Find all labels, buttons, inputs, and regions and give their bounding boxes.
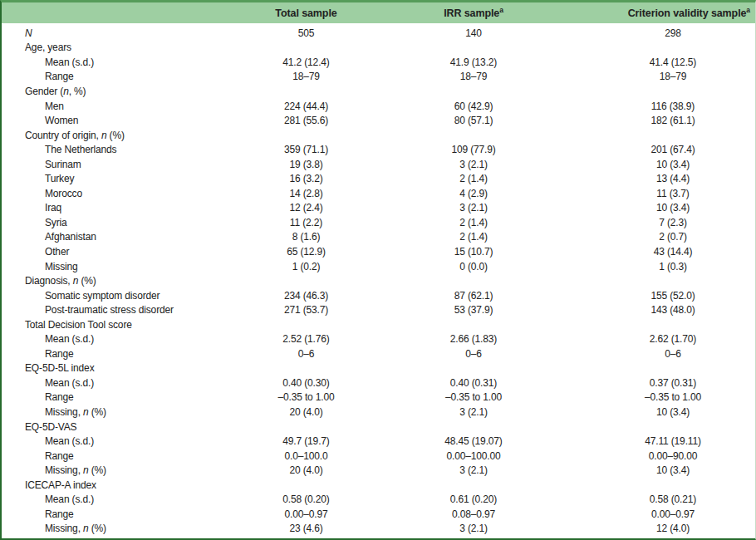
cell-value: 359 (71.1) [204, 144, 409, 155]
cell-value: 18–79 [204, 71, 409, 82]
row-label-segment: Mean (s.d.) [45, 435, 94, 447]
row-label: Mean (s.d.) [2, 333, 204, 345]
row-label: Range [2, 508, 204, 520]
cell-value: 505 [204, 27, 409, 39]
cell-value: 0 (0.0) [409, 261, 538, 272]
cell-value: 0–6 [204, 348, 409, 360]
cell-value: 3 (2.1) [409, 202, 538, 214]
cell-value: 140 [409, 27, 538, 39]
row-label: EQ-5D-5L index [2, 362, 204, 374]
cell-value: 60 (42.9) [409, 101, 538, 112]
row-label: Afghanistan [2, 231, 204, 243]
cell-value: 1 (0.2) [204, 261, 409, 272]
cell-value: 0.00–0.97 [204, 508, 409, 520]
table-row: Range0–60–60–6 [2, 346, 755, 361]
row-label: Mean (s.d.) [2, 56, 204, 68]
cell-value: 116 (38.9) [538, 101, 754, 112]
row-label: Mean (s.d.) [2, 377, 204, 389]
row-label-segment: Syria [45, 217, 67, 228]
cell-value: 11 (2.2) [204, 217, 409, 228]
cell-value: –0.35 to 1.00 [538, 391, 754, 403]
row-label-segment: Somatic symptom disorder [45, 290, 160, 302]
cell-value: 48.45 (19.07) [409, 435, 538, 447]
row-label: Other [2, 246, 204, 258]
row-label-segment: (%) [106, 130, 124, 141]
cell-value: 3 (2.1) [409, 523, 538, 534]
row-label-segment: Missing, [45, 406, 83, 418]
cell-value: 41.4 (12.5) [538, 56, 754, 68]
cell-value: 281 (55.6) [204, 115, 409, 126]
cell-value: 234 (46.3) [204, 290, 409, 302]
cell-value: 47.11 (19.11) [538, 435, 754, 447]
row-label-segment: Iraq [45, 202, 61, 214]
cell-value: 8 (1.6) [204, 231, 409, 243]
row-label: Somatic symptom disorder [2, 290, 204, 302]
row-label-segment: , %) [69, 86, 86, 97]
row-label: Gender (n, %) [2, 86, 204, 97]
cell-value: 2.62 (1.70) [538, 333, 754, 345]
table-row: Mean (s.d.)49.7 (19.7)48.45 (19.07)47.11… [2, 434, 755, 449]
cell-value: 201 (67.4) [538, 144, 754, 155]
row-label-segment: Range [45, 450, 74, 462]
cell-value: 49.7 (19.7) [204, 435, 409, 447]
cell-value: 3 (2.1) [409, 464, 538, 476]
footnote-marker: a [499, 5, 503, 13]
row-label-segment: Diagnosis, [25, 275, 73, 287]
table-row: Women281 (55.6)80 (57.1)182 (61.1) [2, 113, 755, 128]
cell-value: 2 (1.4) [409, 217, 538, 228]
cell-value: 3 (2.1) [409, 159, 538, 170]
cell-value: 13 (4.4) [538, 173, 754, 184]
table-row: Missing, n (%)23 (4.6)3 (2.1)12 (4.0) [2, 522, 755, 537]
table-row: Surinam19 (3.8)3 (2.1)10 (3.4) [2, 157, 755, 172]
row-label-segment: Gender ( [25, 86, 63, 97]
row-label: Range [2, 450, 204, 462]
table-row: ICECAP-A index [2, 478, 755, 493]
table-row: Somatic symptom disorder234 (46.3)87 (62… [2, 288, 755, 303]
row-label: Mean (s.d.) [2, 493, 204, 505]
cell-value: 0.61 (0.20) [409, 493, 538, 505]
row-label: Mean (s.d.) [2, 435, 204, 447]
row-label-segment: Range [45, 391, 74, 403]
cell-value: 2 (1.4) [409, 173, 538, 184]
row-label: Men [2, 101, 204, 112]
column-header-total-sample: Total sample [204, 7, 409, 19]
table-row: Missing, n (%)20 (4.0)3 (2.1)10 (3.4) [2, 405, 755, 420]
cell-value: 10 (3.4) [538, 464, 754, 476]
row-label-segment: Missing, [45, 464, 83, 476]
row-label-segment: Surinam [45, 159, 81, 170]
row-label-segment: (%) [89, 523, 106, 534]
footnote-marker: a [746, 5, 750, 13]
row-label-segment: Country of origin, [25, 130, 101, 141]
table-row: Morocco14 (2.8)4 (2.9)11 (3.7) [2, 186, 755, 201]
table-row: Range18–7918–7918–79 [2, 70, 755, 85]
cell-value: –0.35 to 1.00 [204, 391, 409, 403]
cell-value: 11 (3.7) [538, 188, 754, 199]
row-label: Post-traumatic stress disorder [2, 304, 204, 316]
cell-value: 0–6 [538, 348, 754, 360]
table-row: Iraq12 (2.4)3 (2.1)10 (3.4) [2, 201, 755, 216]
cell-value: 0.40 (0.31) [409, 377, 538, 389]
cell-value: 1 (0.3) [538, 261, 754, 272]
header-label: IRR sample [444, 7, 499, 19]
row-label-segment: Total Decision Tool score [25, 319, 132, 331]
row-label-segment: Other [45, 246, 69, 258]
table-row: EQ-5D-5L index [2, 361, 755, 376]
row-label: Morocco [2, 188, 204, 199]
row-label-segment: Turkey [45, 173, 74, 184]
cell-value: 0.0–100.0 [204, 450, 409, 462]
table-row: Men224 (44.4)60 (42.9)116 (38.9) [2, 99, 755, 114]
cell-value: 10 (3.4) [538, 159, 754, 170]
table-row: Age, years [2, 41, 755, 56]
row-label-segment: (%) [89, 464, 106, 476]
row-label: Missing, n (%) [2, 523, 204, 534]
row-label-segment: The Netherlands [45, 144, 116, 155]
cell-value: 41.9 (13.2) [409, 56, 538, 68]
cell-value: 0.40 (0.30) [204, 377, 409, 389]
table-row: Country of origin, n (%) [2, 128, 755, 143]
cell-value: 0.58 (0.21) [538, 493, 754, 505]
row-label-segment: Mean (s.d.) [45, 56, 94, 68]
header-label: Criterion validity sample [628, 7, 747, 19]
row-label-segment: Post-traumatic stress disorder [45, 304, 174, 316]
row-label: Missing, n (%) [2, 464, 204, 476]
cell-value: 20 (4.0) [204, 406, 409, 418]
